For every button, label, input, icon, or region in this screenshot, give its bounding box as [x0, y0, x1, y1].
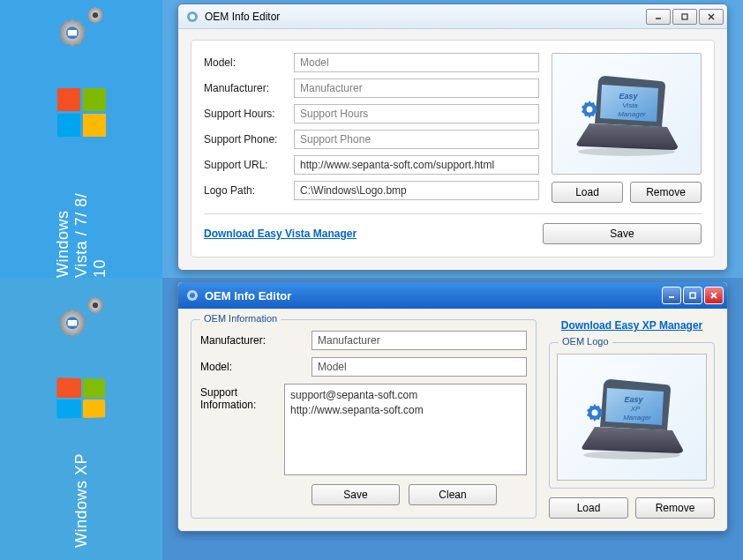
app-icon — [185, 288, 199, 302]
label-support-url: Support URL: — [204, 159, 285, 171]
download-link-vista[interactable]: Download Easy Vista Manager — [204, 228, 543, 240]
input-support-hours[interactable] — [294, 104, 539, 123]
close-button[interactable] — [699, 9, 724, 25]
svg-text:Manager: Manager — [623, 414, 651, 422]
svg-rect-2 — [68, 30, 78, 35]
window-xp: OEM Info Editor OEM Information Manufact… — [177, 281, 728, 532]
label-manufacturer-xp: Manufacturer: — [200, 334, 303, 347]
svg-text:Easy: Easy — [619, 92, 638, 101]
window-vista: OEM Info Editor Model: Manufacturer: — [177, 4, 728, 271]
label-support-phone: Support Phone: — [204, 133, 285, 146]
sidebar-label-vista: Windows Vista / 7/ 8/ 10 — [54, 172, 109, 278]
sidebar-vista: Windows Vista / 7/ 8/ 10 — [0, 0, 162, 278]
svg-text:Easy: Easy — [624, 395, 643, 404]
label-model: Model: — [204, 56, 285, 69]
laptop-image-icon: Easy Vista Manager — [565, 65, 688, 162]
windows-xp-logo-icon — [56, 377, 105, 418]
maximize-button[interactable] — [683, 287, 702, 304]
svg-rect-20 — [690, 293, 695, 298]
remove-button-xp[interactable]: Remove — [635, 497, 715, 519]
input-manufacturer-xp[interactable] — [311, 331, 527, 350]
svg-text:Manager: Manager — [618, 110, 646, 118]
logo-preview-vista: Easy Vista Manager — [552, 53, 702, 175]
input-manufacturer[interactable] — [294, 78, 539, 98]
logo-preview-xp: Easy XP Manager — [557, 354, 707, 481]
clean-button[interactable]: Clean — [409, 484, 497, 505]
label-support-info: Support Information: — [200, 384, 275, 411]
label-logo-path: Logo Path: — [204, 184, 285, 197]
download-link-xp[interactable]: Download Easy XP Manager — [549, 319, 715, 332]
minimize-button[interactable] — [662, 287, 681, 304]
group-oem-info: OEM Information Manufacturer: Model: Sup… — [191, 319, 537, 519]
sidebar-xp: Windows XP — [0, 278, 162, 560]
window-title-xp: OEM Info Editor — [205, 289, 662, 302]
maximize-button[interactable] — [672, 9, 697, 25]
group-title-logo: OEM Logo — [559, 336, 612, 347]
load-button-xp[interactable]: Load — [549, 497, 628, 519]
input-logo-path[interactable] — [294, 181, 539, 200]
group-oem-logo: OEM Logo Easy — [549, 342, 715, 489]
group-title-info: OEM Information — [200, 313, 281, 324]
gear-icon — [50, 0, 112, 62]
titlebar-xp[interactable]: OEM Info Editor — [178, 282, 727, 309]
svg-text:XP: XP — [630, 405, 641, 413]
textarea-support-info[interactable] — [284, 384, 527, 475]
titlebar-vista[interactable]: OEM Info Editor — [178, 4, 727, 29]
svg-rect-16 — [68, 320, 78, 325]
save-button-xp[interactable]: Save — [311, 484, 400, 505]
label-manufacturer: Manufacturer: — [204, 82, 285, 94]
laptop-image-icon: Easy XP Manager — [570, 369, 694, 466]
svg-point-14 — [93, 302, 98, 308]
svg-point-12 — [578, 147, 675, 156]
svg-rect-6 — [682, 14, 687, 19]
svg-point-0 — [93, 12, 98, 18]
input-model[interactable] — [294, 53, 539, 72]
minimize-button[interactable] — [646, 9, 671, 25]
load-button[interactable]: Load — [552, 182, 623, 203]
save-button[interactable]: Save — [543, 223, 702, 244]
svg-point-18 — [190, 293, 195, 298]
label-support-hours: Support Hours: — [204, 108, 285, 120]
label-model-xp: Model: — [200, 361, 303, 373]
input-support-url[interactable] — [294, 155, 539, 175]
input-model-xp[interactable] — [311, 357, 527, 377]
close-button[interactable] — [704, 287, 724, 304]
svg-point-27 — [592, 410, 598, 416]
svg-point-13 — [587, 107, 593, 113]
gear-icon — [50, 290, 112, 352]
window-title: OEM Info Editor — [205, 11, 646, 23]
remove-button[interactable]: Remove — [630, 182, 702, 203]
sidebar-label-xp: Windows XP — [72, 453, 91, 548]
svg-point-4 — [190, 14, 195, 19]
svg-text:Vista: Vista — [622, 101, 638, 109]
app-icon — [185, 10, 199, 24]
input-support-phone[interactable] — [294, 130, 539, 149]
windows-logo-icon — [57, 88, 106, 137]
svg-point-26 — [583, 451, 680, 459]
